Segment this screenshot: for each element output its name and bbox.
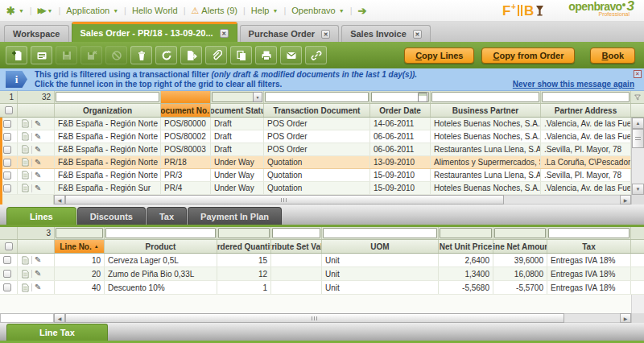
cell-document-status[interactable]: Draft — [211, 143, 264, 155]
cell-line-net-amount[interactable]: 16,0800 — [493, 267, 547, 280]
header-net-unit-price[interactable]: Net Unit Price — [439, 240, 493, 253]
scrollbar-track[interactable] — [564, 313, 620, 323]
menu-hello-world[interactable]: Hello World — [132, 6, 178, 15]
cell-product[interactable]: Zumo de Piña Bio 0,33L — [105, 267, 217, 280]
scroll-right-icon[interactable]: ▶ — [620, 313, 631, 323]
tab-sales-order[interactable]: Sales Order - PR/18 - 13-09-20...✕ — [72, 22, 237, 42]
tab-workspace[interactable]: Workspace — [4, 25, 69, 42]
cell-document-status[interactable]: Draft — [211, 118, 264, 130]
cell-document-no[interactable]: POS/80000 — [161, 118, 211, 130]
row-checkbox-cell[interactable] — [0, 118, 18, 130]
row-checkbox-cell[interactable] — [0, 156, 18, 168]
open-record-icon[interactable] — [22, 158, 29, 167]
select-all-checkbox[interactable] — [0, 240, 18, 253]
tab-lines[interactable]: Lines — [6, 207, 76, 225]
open-record-icon[interactable] — [22, 256, 29, 265]
filter-organization[interactable] — [55, 91, 161, 103]
header-business-partner[interactable]: Business Partner — [431, 104, 541, 117]
close-icon[interactable]: ✕ — [220, 29, 229, 38]
edit-record-icon[interactable]: ✎ — [35, 270, 41, 278]
scrollbar-thumb[interactable] — [65, 313, 564, 323]
cell-document-status[interactable]: Under Way — [211, 182, 264, 194]
open-record-icon[interactable] — [22, 132, 29, 141]
cell-line-no[interactable]: 40 — [55, 281, 105, 294]
cell-ordered-quantity[interactable]: 1 — [217, 281, 271, 294]
email-button[interactable] — [280, 46, 302, 64]
export-button[interactable] — [180, 46, 202, 64]
delete-button[interactable] — [130, 46, 152, 64]
line-tax-section-tab[interactable]: Line Tax — [6, 324, 108, 341]
save-button[interactable] — [56, 46, 77, 64]
filter-document-status[interactable]: ▼ — [211, 91, 264, 103]
row-checkbox-cell[interactable] — [0, 169, 18, 181]
cell-transaction-document[interactable]: POS Order — [264, 143, 370, 155]
edit-record-icon[interactable]: ✎ — [35, 133, 41, 141]
cell-attribute-set-value[interactable] — [271, 267, 322, 280]
cell-tax[interactable]: Entregas IVA 18% — [547, 281, 631, 294]
new-record-button[interactable] — [6, 46, 27, 64]
header-document-status[interactable]: Document Status — [211, 104, 264, 117]
cell-document-no[interactable]: POS/80002 — [161, 130, 211, 143]
lines-horizontal-scrollbar[interactable]: ◀ ▶ — [0, 313, 644, 323]
clear-filters-funnel-icon[interactable] — [631, 91, 644, 103]
cell-transaction-document[interactable]: Quotation — [264, 182, 370, 194]
cell-business-partner[interactable]: Restaurantes Luna Llena, S.A. — [431, 169, 541, 181]
order-row-6[interactable]: ✎ F&B España - Región Sur PR/4 Under Way… — [0, 182, 631, 195]
cell-net-unit-price[interactable]: 1,3400 — [439, 267, 493, 280]
scroll-left-icon[interactable]: ◀ — [54, 313, 65, 323]
cell-transaction-document[interactable]: Quotation — [264, 169, 370, 181]
filter-uom[interactable] — [322, 227, 439, 239]
edit-record-icon[interactable]: ✎ — [35, 184, 41, 192]
cell-uom[interactable]: Unit — [322, 281, 439, 294]
cell-document-status[interactable]: Under Way — [211, 169, 264, 181]
open-record-icon[interactable] — [22, 184, 29, 192]
vertical-scrollbar[interactable]: ▲ ▼ — [631, 118, 644, 195]
cell-transaction-document[interactable]: Quotation — [264, 156, 370, 168]
cell-document-no[interactable]: POS/80003 — [161, 143, 211, 155]
cell-document-no[interactable]: PR/3 — [161, 169, 211, 181]
cell-business-partner[interactable]: Restaurantes Luna Llena, S.A. — [431, 143, 541, 155]
dropdown-arrow-icon[interactable]: ▼ — [253, 92, 262, 102]
header-ordered-quantity[interactable]: Ordered Quantity — [217, 240, 271, 253]
cell-partner-address[interactable]: .Sevilla, Pl. Mayor, 78 — [541, 169, 631, 181]
open-record-icon[interactable] — [22, 171, 29, 180]
cell-attribute-set-value[interactable] — [271, 281, 322, 294]
scrollbar-track[interactable] — [632, 148, 644, 184]
cell-partner-address[interactable]: .La Coruña, C\Pescadores, 87 — [541, 156, 631, 168]
form-view-button[interactable] — [31, 46, 52, 64]
row-checkbox[interactable] — [3, 159, 11, 167]
header-line-net-amount[interactable]: Line Net Amount — [493, 240, 547, 253]
filter-line-net-amount[interactable] — [493, 227, 547, 239]
cell-partner-address[interactable]: .Valencia, Av. de las Fuentes, 5 — [541, 130, 631, 143]
cell-order-date[interactable]: 14-06-2011 — [370, 118, 431, 130]
order-row-3[interactable]: ✎ F&B España - Región Norte POS/80003 Dr… — [0, 143, 631, 156]
cell-document-no[interactable]: PR/18 — [161, 156, 211, 168]
header-order-date[interactable]: Order Date — [370, 104, 431, 117]
header-product[interactable]: Product — [105, 240, 217, 253]
cell-ordered-quantity[interactable]: 15 — [217, 254, 271, 267]
orders-horizontal-scrollbar[interactable]: ◀ ▶ — [0, 195, 644, 205]
cell-organization[interactable]: F&B España - Región Sur — [55, 182, 161, 194]
row-checkbox-cell[interactable] — [0, 281, 18, 294]
order-row-1[interactable]: ✎ F&B España - Región Norte POS/80000 Dr… — [0, 118, 631, 130]
row-checkbox-cell[interactable] — [0, 267, 18, 280]
select-all-checkbox[interactable] — [0, 104, 18, 117]
cell-business-partner[interactable]: Hoteles Buenas Noches, S.A. — [431, 118, 541, 130]
tab-purchase-order[interactable]: Purchase Order✕ — [240, 25, 340, 42]
row-checkbox[interactable] — [3, 133, 11, 141]
cell-tax[interactable]: Entregas IVA 18% — [547, 267, 631, 280]
tab-tax[interactable]: Tax — [147, 207, 187, 225]
cell-net-unit-price[interactable]: 2,6400 — [439, 254, 493, 267]
row-checkbox[interactable] — [3, 146, 11, 154]
scrollbar-thumb[interactable] — [65, 195, 504, 205]
row-checkbox[interactable] — [3, 120, 11, 128]
order-row-5[interactable]: ✎ F&B España - Región Norte PR/3 Under W… — [0, 169, 631, 182]
close-icon[interactable]: ✕ — [413, 30, 422, 39]
print-button[interactable] — [255, 46, 277, 64]
open-record-icon[interactable] — [22, 119, 29, 128]
menu-openbravo[interactable]: Openbravo▼ — [291, 6, 344, 15]
scroll-up-icon[interactable]: ▲ — [632, 118, 644, 129]
row-checkbox-cell[interactable] — [0, 182, 18, 194]
filter-tax[interactable] — [547, 227, 631, 239]
scrollbar-thumb[interactable] — [632, 129, 644, 148]
